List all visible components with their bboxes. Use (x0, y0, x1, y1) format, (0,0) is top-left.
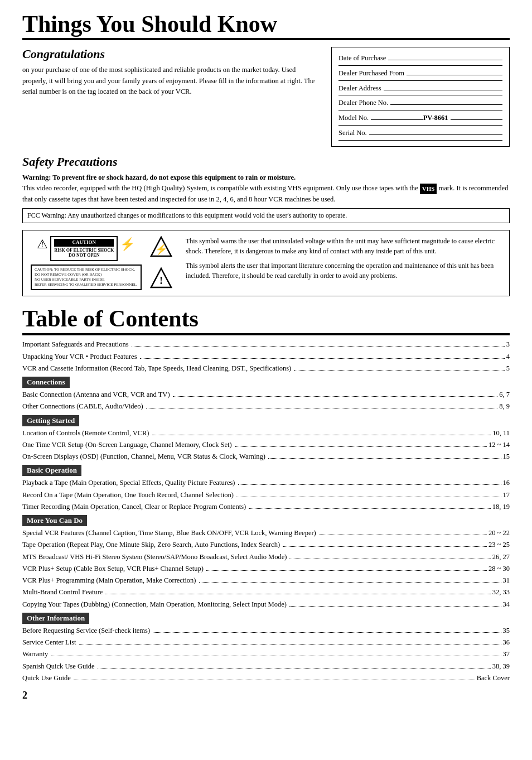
field-spacer (369, 134, 502, 135)
field-label: Dealer Purchased From (338, 67, 404, 80)
toc-entry: Tape Operation (Repeat Play, One Minute … (22, 539, 510, 551)
toc-section-header: Other Information (22, 613, 89, 624)
toc-dots (146, 408, 498, 408)
info-field: Dealer Phone No. (338, 97, 502, 110)
field-spacer (407, 75, 502, 75)
toc-page-number: 38, 39 (492, 661, 510, 672)
congratulations-title: Congratulations (22, 47, 320, 61)
toc-entry: Copying Your Tapes (Dubbing) (Connection… (22, 599, 510, 610)
toc-divider (22, 333, 510, 335)
toc-dots (289, 559, 490, 559)
toc-entry-text: Before Requesting Service (Self-check it… (22, 625, 150, 637)
toc-dots (152, 435, 491, 435)
toc-entry-text: Spanish Quick Use Guide (22, 661, 95, 672)
toc-entry-text: VCR Plus+ Setup (Cable Box Setup, VCR Pl… (22, 563, 204, 575)
exclamation-triangle-icon: ! (150, 267, 172, 288)
toc-page-number: 37 (503, 648, 510, 660)
toc-page-number: 35 (503, 625, 510, 637)
toc-page-number: Back Cover (477, 672, 510, 684)
toc-dots (283, 546, 487, 547)
toc-entry-text: On-Screen Displays (OSD) (Function, Chan… (22, 451, 265, 463)
lightning-triangle-icon: ⚡ (150, 236, 172, 257)
safety-warning-text: This video recorder, equipped with the H… (22, 184, 508, 203)
caution-right: This symbol warns the user that uninsula… (186, 236, 501, 285)
field-spacer2 (451, 119, 502, 120)
toc-page-number: 36 (503, 637, 510, 648)
toc-page-number: 6, 7 (499, 389, 510, 401)
toc-dots (74, 680, 475, 680)
toc-entry: Important Safeguards and Precautions3 (22, 339, 510, 350)
symbol1-text: This symbol warns the user that uninsula… (186, 236, 501, 256)
field-spacer (388, 60, 502, 60)
toc-dots (268, 458, 501, 459)
field-spacer (384, 90, 502, 90)
svg-text:!: ! (159, 275, 163, 286)
main-title: Things You Should Know (22, 11, 510, 37)
safety-title: Safety Precautions (22, 155, 510, 169)
toc-dots (132, 346, 505, 347)
toc-dots (105, 594, 490, 594)
toc-entry: Multi-Brand Control Feature32, 33 (22, 586, 510, 598)
toc-entry: VCR Plus+ Programming (Main Operation, M… (22, 575, 510, 586)
toc-dots (235, 446, 487, 447)
caution-triangle-icon: ⚠ (37, 237, 48, 252)
safety-warning: Warning: To prevent fire or shock hazard… (22, 172, 510, 205)
field-value: PV-8661 (423, 112, 448, 125)
toc-dots (199, 582, 501, 583)
toc-entry-text: Multi-Brand Control Feature (22, 586, 103, 598)
field-label: Date of Purchase (338, 52, 386, 65)
field-label: Serial No. (338, 127, 367, 140)
toc-entry-text: Timer Recording (Main Operation, Cancel,… (22, 501, 246, 513)
toc-page-number: 8, 9 (499, 401, 510, 412)
fcc-warning: FCC Warning: Any unauthorized changes or… (22, 208, 510, 223)
info-field: Serial No. (338, 127, 502, 141)
toc-dots (249, 508, 491, 509)
toc-entry-text: One Time VCR Setup (On-Screen Language, … (22, 439, 232, 451)
toc-dots (319, 535, 487, 535)
toc-dots (236, 497, 501, 497)
info-field: Dealer Address (338, 82, 502, 96)
toc-entry-text: Unpacking Your VCR • Product Features (22, 351, 137, 363)
toc-page-number: 4 (506, 351, 510, 363)
toc-dots (140, 358, 505, 359)
toc-section-header: Getting Started (22, 415, 79, 426)
toc-section-header: Connections (22, 377, 70, 388)
toc-entry: On-Screen Displays (OSD) (Function, Chan… (22, 451, 510, 463)
toc-entry: One Time VCR Setup (On-Screen Language, … (22, 439, 510, 451)
toc-dots (289, 606, 501, 607)
toc-entry-text: Tape Operation (Repeat Play, One Minute … (22, 539, 280, 551)
toc-page-number: 32, 33 (492, 586, 510, 598)
symbols-column: ⚡ ! (150, 236, 172, 288)
toc-entry-text: Service Center List (22, 637, 76, 648)
toc-entry: Record On a Tape (Main Operation, One To… (22, 489, 510, 501)
toc-dots (51, 656, 501, 656)
toc-dots (173, 396, 498, 397)
toc-section: Table of Contents Important Safeguards a… (22, 305, 510, 684)
toc-dots (238, 484, 501, 485)
toc-page-number: 16 (503, 477, 510, 489)
field-label: Dealer Address (338, 82, 381, 95)
page-number: 2 (22, 690, 510, 701)
toc-entry: Unpacking Your VCR • Product Features4 (22, 351, 510, 363)
symbol2-text: This symbol alerts the user that importa… (186, 261, 501, 281)
toc-entry: Service Center List36 (22, 637, 510, 648)
toc-entry: Before Requesting Service (Self-check it… (22, 625, 510, 637)
field-label: Dealer Phone No. (338, 97, 388, 110)
toc-entry-text: Location of Controls (Remote Control, VC… (22, 427, 149, 439)
toc-entries: Important Safeguards and Precautions3Unp… (22, 339, 510, 684)
toc-page-number: 10, 11 (492, 427, 510, 439)
toc-page-number: 20 ~ 22 (489, 527, 510, 539)
info-box: Date of PurchaseDealer Purchased FromDea… (331, 47, 510, 147)
caution-small-text: CAUTION: TO REDUCE THE RISK OF ELECTRIC … (31, 264, 142, 290)
caution-left: ⚠ CAUTION RISK OF ELECTRIC SHOCKDO NOT O… (31, 236, 142, 290)
toc-dots (98, 668, 491, 668)
toc-entry: MTS Broadcast/ VHS Hi-Fi Stereo System (… (22, 551, 510, 563)
caution-section: ⚠ CAUTION RISK OF ELECTRIC SHOCKDO NOT O… (22, 230, 510, 296)
toc-entry: Warranty37 (22, 648, 510, 660)
toc-page-number: 34 (503, 599, 510, 610)
toc-entry-text: Record On a Tape (Main Operation, One To… (22, 489, 234, 501)
svg-text:⚡: ⚡ (155, 243, 168, 256)
toc-entry-text: MTS Broadcast/ VHS Hi-Fi Stereo System (… (22, 551, 287, 563)
toc-page-number: 15 (503, 451, 510, 463)
info-field: Dealer Purchased From (338, 67, 502, 81)
